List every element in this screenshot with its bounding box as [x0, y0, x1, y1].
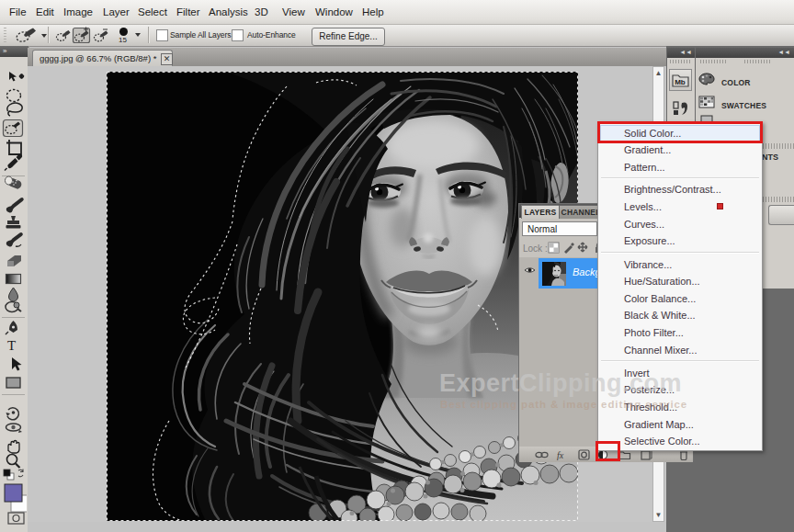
svg-text:T: T	[7, 338, 16, 353]
svg-text:Mb: Mb	[675, 78, 686, 86]
svg-text:fx: fx	[557, 450, 564, 460]
